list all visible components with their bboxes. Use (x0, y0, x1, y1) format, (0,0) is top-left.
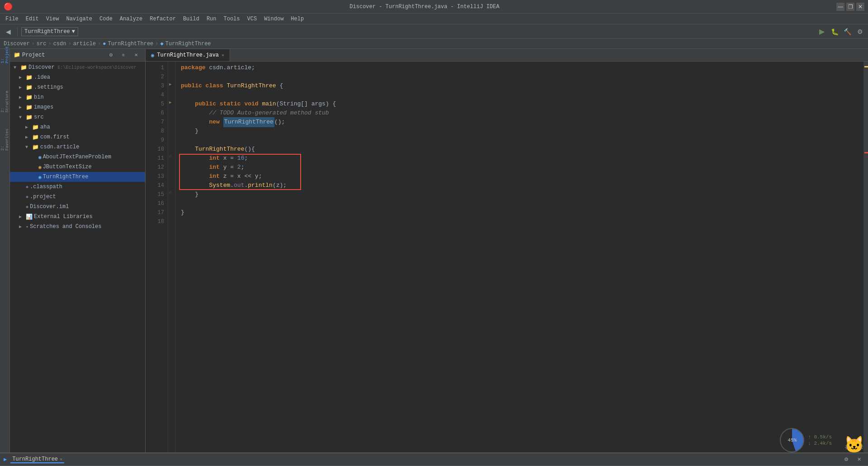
menu-item-file[interactable]: File (2, 15, 22, 23)
settings-button[interactable]: ⚙ (854, 26, 865, 37)
cpu-circle: 45% (780, 428, 804, 452)
toolbar: ◀ TurnRightThree ▼ ▶ 🐛 🔨 ⚙ (0, 24, 868, 39)
menu-item-refactor[interactable]: Refactor (146, 15, 179, 23)
cpu-widget: 45% ↑ 0.5k/s ↓ 2.4k/s (780, 428, 832, 452)
com-first-chevron: ▶ (25, 134, 31, 140)
project-panel: 📁 Project ⚙ ≡ ✕ ▼ 📁 Discover E:\Eclipse-… (10, 49, 146, 452)
favorites-tool-button[interactable]: 2: Favorites (1, 136, 9, 144)
structure-tool-button[interactable]: 2: Structure (1, 98, 9, 106)
project-tool-button[interactable]: 1: Project (1, 51, 9, 59)
code-line-8: } (181, 127, 863, 136)
bottom-tab-actions: ⚙ ✕ (841, 454, 864, 465)
code-content[interactable]: package csdn.article; public class TurnR… (175, 62, 863, 452)
tree-csdn-article[interactable]: ▼ 📁 csdn.article (10, 142, 145, 152)
code-line-7: new TurnRightThree(); (181, 118, 863, 127)
breadcrumb-sep-4: › (98, 41, 101, 47)
breadcrumb-sep-1: › (32, 41, 35, 47)
tree-external-libs[interactable]: ▶ 📊 External Libraries (10, 212, 145, 222)
run-config-dropdown-icon: ▼ (72, 29, 75, 35)
run-tab[interactable]: TurnRightThree ✕ (10, 456, 64, 463)
menu-item-edit[interactable]: Edit (22, 15, 42, 23)
menu-item-window[interactable]: Window (260, 15, 287, 23)
close-button[interactable]: ✕ (856, 3, 864, 11)
tree-bin[interactable]: ▶ 📁 bin (10, 92, 145, 102)
tree-turnrightthree[interactable]: ▶ ◉ TurnRightThree (10, 172, 145, 182)
about-label: AboutJTextPaneProblem (43, 154, 111, 160)
menu-item-help[interactable]: Help (287, 15, 307, 23)
iml-label: Discover.iml (30, 204, 69, 210)
bottom-close-button[interactable]: ✕ (854, 454, 864, 465)
tree-scratches[interactable]: ▶ ✦ Scratches and Consoles (10, 222, 145, 232)
line-num-4: 4 (146, 90, 164, 100)
tree-aha[interactable]: ▶ 📁 aha (10, 122, 145, 132)
title-bar-controls[interactable]: — ❐ ✕ (836, 3, 864, 11)
tree-com-first[interactable]: ▶ 📁 com.first (10, 132, 145, 142)
editor-tab-turnrightthree[interactable]: ◉ TurnRightThree.java ✕ (146, 49, 230, 61)
menu-bar: FileEditViewNavigateCodeAnalyzeRefactorB… (0, 14, 868, 24)
code-line-11: int x = 16; (181, 154, 863, 163)
project-scope-button[interactable]: ⚙ (105, 50, 116, 61)
tree-about-jtextpane[interactable]: ▶ ◉ AboutJTextPaneProblem (10, 152, 145, 162)
project-header-label: Project (22, 52, 45, 58)
tree-classpath[interactable]: ▶ ◈ .classpath (10, 182, 145, 192)
code-line-6: // TODO Auto-generated method stub (181, 109, 863, 118)
run-button[interactable]: ▶ (816, 26, 827, 37)
bottom-settings-button[interactable]: ⚙ (841, 454, 852, 465)
breadcrumb-csdn[interactable]: csdn (53, 41, 66, 47)
cpu-download-speed: ↓ 2.4k/s (808, 441, 832, 446)
idea-label: .idea (34, 74, 50, 81)
project-panel-header: 📁 Project ⚙ ≡ ✕ (10, 49, 145, 62)
menu-item-view[interactable]: View (42, 15, 63, 23)
tree-src[interactable]: ▼ 📁 src (10, 112, 145, 122)
build-button[interactable]: 🔨 (842, 26, 853, 37)
code-line-3: public class TurnRightThree { (181, 81, 863, 90)
run-config-selector[interactable]: TurnRightThree ▼ (21, 27, 78, 36)
toolbar-separator (17, 27, 18, 36)
menu-item-analyze[interactable]: Analyze (116, 15, 146, 23)
about-java-icon: ◉ (38, 154, 42, 160)
tree-root[interactable]: ▼ 📁 Discover E:\Eclipse-workspace\Discov… (10, 62, 145, 72)
tree-jbutton[interactable]: ▶ ◉ JButtonTextSize (10, 162, 145, 172)
iml-icon: ◈ (26, 204, 28, 209)
tree-discover-iml[interactable]: ▶ ◈ Discover.iml (10, 202, 145, 212)
root-label: Discover (28, 64, 55, 71)
settings-folder-icon: 📁 (26, 84, 33, 91)
breadcrumb-src[interactable]: src (37, 41, 47, 47)
cartoon-emoji: 🐱 (844, 437, 864, 455)
tab-close-button[interactable]: ✕ (222, 52, 224, 58)
menu-item-navigate[interactable]: Navigate (62, 15, 96, 23)
tree-idea[interactable]: ▶ 📁 .idea (10, 72, 145, 82)
menu-item-build[interactable]: Build (179, 15, 203, 23)
images-folder-icon: 📁 (26, 104, 33, 111)
project-collapse-button[interactable]: ≡ (118, 50, 129, 61)
maximize-button[interactable]: ❐ (846, 3, 854, 11)
csdn-folder-icon: 📁 (32, 144, 39, 151)
code-editor[interactable]: 1 2 3 4 5 6 7 8 9 10 11 12 13 14 15 16 1… (146, 62, 868, 452)
bottom-panel: ▶ TurnRightThree ✕ ⚙ ✕ ▶ ⏹ ⚙ ≡ ↵ 🖨 🗑 "C:… (0, 452, 868, 466)
tree-images[interactable]: ▶ 📁 images (10, 102, 145, 112)
menu-item-vcs[interactable]: VCS (244, 15, 261, 23)
settings-label: .settings (34, 84, 63, 90)
tree-settings[interactable]: ▶ 📁 .settings (10, 82, 145, 92)
line-num-9: 9 (146, 136, 164, 145)
line-num-12: 12 (146, 163, 164, 172)
tree-project-file[interactable]: ▶ ◈ .project (10, 192, 145, 202)
aha-chevron: ▶ (25, 124, 31, 130)
breadcrumb-article[interactable]: article (73, 41, 96, 47)
debug-button[interactable]: 🐛 (829, 26, 840, 37)
warning-indicator (864, 66, 868, 67)
back-button[interactable]: ◀ (3, 26, 14, 37)
line-num-5: 5 (146, 100, 164, 109)
run-tab-close[interactable]: ✕ (60, 456, 62, 462)
project-settings-button[interactable]: ✕ (131, 50, 142, 61)
project-file-label: .project (30, 194, 56, 200)
minimize-button[interactable]: — (836, 3, 844, 11)
breadcrumb-turnrightthree-2[interactable]: TurnRightThree (165, 41, 211, 47)
menu-item-run[interactable]: Run (203, 15, 220, 23)
scratch-icon: ✦ (26, 224, 28, 229)
images-chevron: ▶ (19, 105, 24, 110)
menu-item-code[interactable]: Code (96, 15, 116, 23)
menu-item-tools[interactable]: Tools (220, 15, 244, 23)
breadcrumb-turnrightthree-1[interactable]: TurnRightThree (108, 41, 153, 47)
code-line-4 (181, 90, 863, 100)
